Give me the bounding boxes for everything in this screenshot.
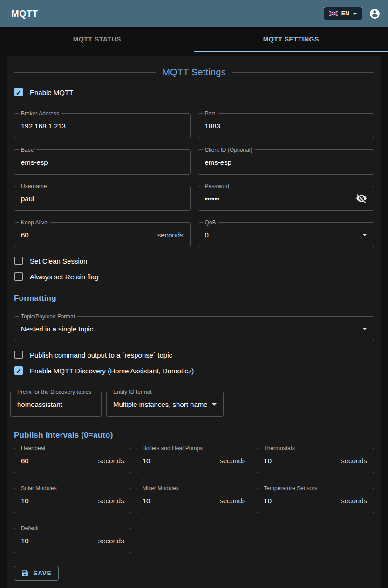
default-interval-label: Default [19, 525, 41, 532]
publish-response-checkbox-row[interactable]: Publish command output to a `response` t… [14, 351, 374, 359]
username-field[interactable]: Username paul [14, 186, 191, 211]
client-id-value: ems-esp [205, 158, 368, 166]
heartbeat-unit: seconds [98, 457, 124, 465]
publish-intervals-grid: Heartbeat 60 seconds Boilers and Heat Pu… [14, 448, 374, 553]
app-bar: MQTT EN [0, 0, 388, 27]
username-value: paul [21, 195, 184, 203]
divider [14, 72, 156, 73]
uk-flag-icon [329, 11, 338, 16]
port-value: 1883 [205, 122, 368, 130]
chevron-down-icon [353, 13, 357, 15]
mixer-modules-label: Mixer Modules [140, 485, 181, 492]
client-id-field[interactable]: Client ID (Optional) ems-esp [198, 149, 374, 175]
publish-intervals-heading: Publish Intervals (0=auto) [14, 431, 374, 440]
retain-flag-label: Always set Retain flag [30, 273, 99, 281]
mqtt-discovery-checkbox-row[interactable]: Enable MQTT Discovery (Home Assistant, D… [14, 366, 374, 375]
retain-flag-checkbox[interactable] [14, 272, 23, 281]
base-value: ems-esp [21, 158, 184, 166]
clean-session-checkbox[interactable] [14, 257, 23, 265]
thermostats-unit: seconds [341, 457, 367, 465]
default-interval-field[interactable]: Default 10 seconds [14, 528, 131, 553]
entity-id-format-select[interactable]: Entity ID format Multiple instances, sho… [106, 392, 224, 417]
password-label: Password [203, 183, 232, 189]
publish-response-label: Publish command output to a `response` t… [30, 351, 172, 359]
discovery-options-row: Prefix for the Discovery topics homeassi… [10, 392, 374, 417]
mqtt-discovery-checkbox[interactable] [14, 366, 23, 375]
temperature-sensors-field[interactable]: Temperature Sensors 10 seconds [257, 488, 374, 513]
publish-response-checkbox[interactable] [14, 351, 23, 359]
topic-payload-format-select[interactable]: Topic/Payload Format Nested in a single … [14, 316, 374, 341]
topic-payload-format-value: Nested in a single topic [21, 325, 358, 333]
formatting-heading: Formatting [14, 294, 374, 303]
qos-select[interactable]: QoS 0 [198, 222, 374, 247]
heartbeat-field[interactable]: Heartbeat 60 seconds [14, 448, 131, 473]
password-field[interactable]: Password •••••• [198, 186, 374, 211]
entity-id-format-label: Entity ID format [111, 389, 154, 395]
tab-mqtt-settings[interactable]: MQTT SETTINGS [194, 27, 388, 52]
solar-modules-label: Solar Modules [19, 485, 59, 492]
thermostats-label: Thermostats [261, 445, 297, 452]
thermostats-value: 10 [264, 457, 337, 465]
clean-session-label: Set Clean Session [30, 257, 87, 265]
qos-label: QoS [203, 219, 218, 226]
connection-fields-grid: Broker Address 192.168.1.213 Port 1883 B… [14, 113, 374, 247]
chevron-down-icon [212, 403, 217, 406]
account-circle-icon[interactable] [369, 8, 381, 20]
keep-alive-label: Keep Alive [19, 219, 50, 226]
username-label: Username [19, 183, 49, 189]
solar-modules-unit: seconds [98, 497, 124, 505]
temperature-sensors-label: Temperature Sensors [261, 485, 320, 492]
language-label: EN [341, 10, 349, 17]
enable-mqtt-label: Enable MQTT [30, 88, 73, 96]
port-field[interactable]: Port 1883 [198, 113, 374, 138]
app-title: MQTT [11, 8, 38, 19]
base-field[interactable]: Base ems-esp [14, 149, 191, 175]
boilers-label: Boilers and Heat Pumps [140, 445, 205, 452]
heartbeat-value: 60 [21, 457, 95, 465]
entity-id-format-value: Multiple instances, short name [113, 400, 207, 408]
base-label: Base [19, 147, 36, 153]
keep-alive-value: 60 [21, 231, 154, 239]
discovery-prefix-field[interactable]: Prefix for the Discovery topics homeassi… [10, 392, 102, 417]
broker-address-field[interactable]: Broker Address 192.168.1.213 [14, 113, 191, 138]
solar-modules-field[interactable]: Solar Modules 10 seconds [14, 488, 131, 513]
visibility-off-icon[interactable] [356, 193, 367, 204]
default-interval-value: 10 [21, 537, 95, 545]
keep-alive-unit: seconds [157, 231, 184, 239]
discovery-prefix-value: homeassistant [17, 400, 95, 408]
keep-alive-field[interactable]: Keep Alive 60 seconds [14, 222, 191, 247]
grid-spacer [136, 528, 253, 553]
mixer-modules-value: 10 [143, 497, 216, 505]
save-icon [21, 569, 29, 577]
heartbeat-label: Heartbeat [19, 445, 48, 452]
tab-bar: MQTT STATUS MQTT SETTINGS [0, 27, 388, 52]
discovery-prefix-label: Prefix for the Discovery topics [15, 389, 94, 395]
broker-address-label: Broker Address [19, 110, 61, 117]
page-title: MQTT Settings [162, 67, 226, 78]
solar-modules-value: 10 [21, 497, 95, 505]
topic-payload-format-label: Topic/Payload Format [19, 313, 77, 320]
enable-mqtt-checkbox[interactable] [14, 88, 23, 96]
page-title-row: MQTT Settings [14, 67, 374, 78]
tab-mqtt-status[interactable]: MQTT STATUS [0, 27, 194, 52]
password-value: •••••• [205, 195, 352, 203]
client-id-label: Client ID (Optional) [203, 147, 255, 153]
mixer-modules-unit: seconds [219, 497, 245, 505]
app-bar-actions: EN [324, 7, 381, 20]
save-button[interactable]: SAVE [14, 566, 59, 581]
clean-session-checkbox-row[interactable]: Set Clean Session [14, 257, 374, 265]
mixer-modules-field[interactable]: Mixer Modules 10 seconds [136, 488, 253, 513]
language-selector-button[interactable]: EN [324, 7, 362, 20]
mqtt-settings-screen: MQTT EN [0, 0, 388, 588]
qos-value: 0 [205, 231, 358, 239]
boilers-field[interactable]: Boilers and Heat Pumps 10 seconds [136, 448, 253, 473]
grid-spacer [257, 528, 374, 553]
temperature-sensors-unit: seconds [341, 497, 367, 505]
boilers-unit: seconds [219, 457, 245, 465]
settings-card: MQTT Settings Enable MQTT Broker Address… [7, 56, 381, 588]
retain-flag-checkbox-row[interactable]: Always set Retain flag [14, 272, 374, 281]
enable-mqtt-checkbox-row[interactable]: Enable MQTT [14, 88, 374, 96]
thermostats-field[interactable]: Thermostats 10 seconds [257, 448, 374, 473]
chevron-down-icon [362, 234, 367, 236]
temperature-sensors-value: 10 [264, 497, 337, 505]
